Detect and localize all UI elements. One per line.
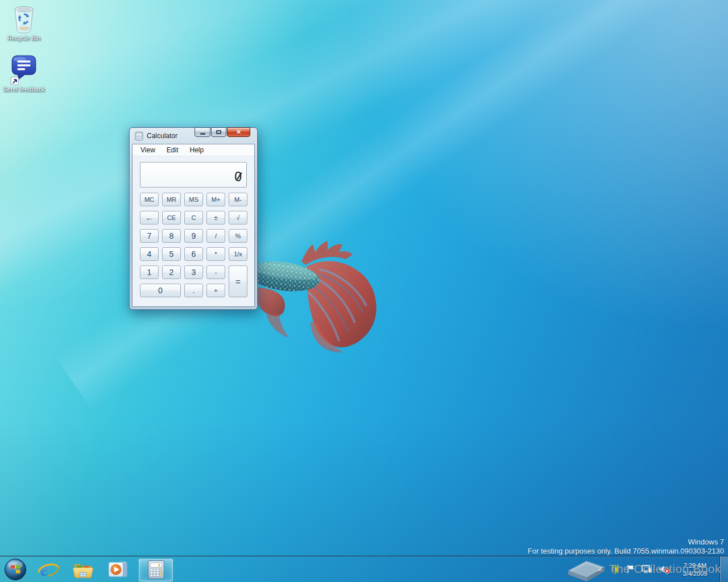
taskbar-windows-explorer-button[interactable]: [65, 556, 100, 582]
svg-text:e: e: [40, 559, 49, 579]
calculator-display-value: 0: [234, 170, 242, 184]
show-hidden-icons-chevron[interactable]: [597, 568, 603, 571]
recycle-bin-label: Recycle Bin: [1, 35, 47, 42]
calc-key-4[interactable]: 4: [140, 247, 159, 261]
calculator-menubar: View Edit Help: [133, 144, 254, 156]
minimize-icon: [200, 133, 205, 135]
taskbar-media-player-button[interactable]: [100, 556, 135, 582]
calc-key-9[interactable]: 9: [184, 229, 203, 243]
calc-key-2[interactable]: 2: [162, 265, 181, 279]
build-watermark-line2: For testing purposes only. Build 7055.wi…: [528, 547, 724, 556]
internet-explorer-icon: e: [38, 559, 59, 580]
calculator-keypad: MC MR MS M+ M- ← CE C ± √ 7 8 9 / % 4: [140, 193, 247, 297]
calc-key-c[interactable]: C: [184, 211, 203, 225]
calc-key-ms[interactable]: MS: [184, 193, 203, 206]
action-center-flag-icon[interactable]: [626, 564, 635, 574]
calc-key-equals[interactable]: =: [229, 265, 247, 297]
calc-key-divide[interactable]: /: [206, 229, 225, 243]
start-button[interactable]: [0, 556, 31, 582]
calculator-window-title: Calculator: [147, 132, 177, 140]
calc-key-sqrt[interactable]: √: [229, 211, 247, 225]
send-feedback-icon: [10, 55, 38, 85]
clock-date: 3/4/2009: [676, 569, 714, 577]
calc-key-mplus[interactable]: M+: [206, 193, 225, 206]
calc-key-0[interactable]: 0: [140, 284, 181, 297]
menu-view[interactable]: View: [135, 145, 161, 155]
maximize-button[interactable]: [211, 127, 226, 137]
taskbar-calculator-button-active[interactable]: 8: [139, 559, 173, 581]
send-feedback-label: Send feedback: [1, 86, 47, 93]
windows-explorer-folder-icon: [72, 559, 94, 580]
recycle-bin-desktop-icon[interactable]: Recycle Bin: [1, 3, 47, 42]
close-button[interactable]: ✕: [227, 127, 250, 137]
taskbar: e: [0, 556, 728, 582]
calc-key-8[interactable]: 8: [162, 229, 181, 243]
calculator-client-area: View Edit Help 0 MC MR MS M+ M- ← CE C ±: [132, 144, 255, 307]
calculator-window: Calculator ✕ View Edit Help 0 MC MR MS: [129, 127, 258, 310]
calc-key-mc[interactable]: MC: [140, 193, 159, 206]
calc-key-6[interactable]: 6: [184, 247, 203, 261]
calc-key-subtract[interactable]: -: [206, 265, 225, 279]
calc-key-mr[interactable]: MR: [162, 193, 181, 206]
calc-key-multiply[interactable]: *: [206, 247, 225, 261]
calc-key-1[interactable]: 1: [140, 265, 159, 279]
maximize-icon: [216, 130, 221, 134]
build-watermark: Windows 7 For testing purposes only. Bui…: [528, 538, 724, 556]
volume-muted-tray-icon[interactable]: [659, 564, 670, 574]
calc-key-5[interactable]: 5: [162, 247, 181, 261]
clock-time: 7:28 AM: [676, 562, 714, 569]
network-tray-icon[interactable]: [642, 564, 652, 574]
windows-update-tray-icon[interactable]: [610, 564, 620, 575]
calc-key-negate[interactable]: ±: [206, 211, 225, 225]
minimize-button[interactable]: [195, 127, 210, 137]
windows-orb-icon: [4, 558, 27, 581]
show-desktop-button[interactable]: [719, 556, 728, 582]
calculator-taskbar-icon: 8: [147, 560, 165, 580]
taskbar-clock[interactable]: 7:28 AM 3/4/2009: [676, 562, 714, 577]
calc-icon-digit: 8: [158, 563, 160, 567]
calc-key-7[interactable]: 7: [140, 229, 159, 243]
menu-help[interactable]: Help: [184, 145, 209, 155]
build-watermark-line1: Windows 7: [528, 538, 724, 547]
calc-key-add[interactable]: +: [206, 284, 225, 297]
send-feedback-desktop-icon[interactable]: Send feedback: [1, 55, 47, 93]
desktop: Recycle Bin Send feedback Windows 7 For …: [0, 0, 728, 582]
windows-media-player-icon: [107, 559, 129, 580]
calc-key-3[interactable]: 3: [184, 265, 203, 279]
close-icon: ✕: [236, 128, 241, 136]
betta-fish-wallpaper: [249, 238, 383, 354]
taskbar-internet-explorer-button[interactable]: e: [31, 556, 65, 582]
calc-key-ce[interactable]: CE: [162, 211, 181, 225]
menu-edit[interactable]: Edit: [161, 145, 184, 155]
calculator-display: 0: [140, 162, 247, 188]
calc-key-backspace[interactable]: ←: [140, 211, 159, 225]
calc-key-percent[interactable]: %: [229, 229, 247, 243]
calc-key-mminus[interactable]: M-: [229, 193, 247, 206]
calculator-titlebar-icon: [135, 132, 143, 140]
calc-key-reciprocal[interactable]: 1/x: [229, 247, 247, 261]
calc-key-decimal[interactable]: .: [184, 284, 203, 297]
recycle-bin-icon: [9, 3, 39, 34]
